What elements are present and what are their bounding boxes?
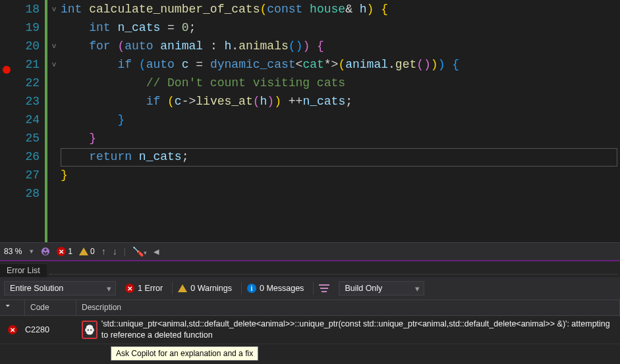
- error-icon: ✕: [8, 325, 17, 334]
- info-icon: i: [247, 284, 256, 293]
- code-editor[interactable]: 1819202122232425262728 vvv int calculate…: [0, 0, 620, 242]
- error-list-tab[interactable]: Error List: [0, 263, 47, 277]
- health-indicator-icon: [41, 247, 50, 256]
- errors-filter-label: 1 Error: [138, 284, 163, 293]
- copilot-icon: [84, 324, 96, 336]
- messages-filter-button[interactable]: i 0 Messages: [241, 282, 309, 295]
- next-issue-button[interactable]: ↓: [113, 246, 117, 257]
- code-area[interactable]: int calculate_number_of_cats(const house…: [61, 0, 620, 242]
- error-list-panel: Error List Entire Solution ✕ 1 Error 0 W…: [0, 261, 620, 364]
- zoom-level[interactable]: 83 %: [4, 247, 22, 256]
- zoom-dropdown-icon[interactable]: ▼: [28, 248, 34, 255]
- warnings-filter-button[interactable]: 0 Warnings: [172, 282, 237, 295]
- filter-settings-icon: [319, 284, 329, 293]
- error-icon: ✕: [125, 284, 134, 293]
- prev-issue-button[interactable]: ↑: [101, 246, 106, 257]
- nav-left-icon[interactable]: ◀: [154, 247, 159, 256]
- panel-drag-handle[interactable]: [49, 274, 617, 274]
- breakpoint-gutter[interactable]: [0, 0, 11, 242]
- warning-icon: [178, 284, 187, 292]
- line-number-gutter: 1819202122232425262728: [11, 0, 45, 242]
- errors-filter-button[interactable]: ✕ 1 Error: [120, 282, 168, 295]
- build-intellisense-dropdown[interactable]: Build Only: [339, 281, 424, 296]
- error-description: 'std::unique_ptr<animal,std::default_del…: [101, 319, 615, 341]
- copilot-tooltip: Ask Copilot for an explanation and a fix: [111, 346, 258, 361]
- scope-dropdown[interactable]: Entire Solution: [4, 281, 116, 296]
- screwdriver-icon[interactable]: 🪛▾: [132, 246, 147, 257]
- inline-warning-count[interactable]: 0: [79, 247, 95, 256]
- error-code: C2280: [25, 325, 76, 334]
- warnings-filter-label: 0 Warnings: [190, 284, 232, 293]
- code-column-header[interactable]: Code: [25, 300, 76, 315]
- svg-rect-1: [320, 288, 328, 289]
- error-list-header: ⏷ Code Description: [0, 299, 620, 316]
- editor-statusbar: 83 % ▼ ✕ 1 0 ↑ ↓ | 🪛▾ ◀: [0, 242, 620, 260]
- error-row[interactable]: ✕ C2280 'std::unique_ptr<animal,std::def…: [0, 316, 620, 344]
- breakpoint-marker[interactable]: [3, 66, 11, 74]
- ask-copilot-button[interactable]: [82, 321, 98, 339]
- error-icon: ✕: [57, 247, 66, 256]
- svg-rect-0: [319, 284, 329, 286]
- filter-settings-button[interactable]: [313, 282, 335, 295]
- fold-gutter[interactable]: vvv: [47, 0, 61, 242]
- warning-icon: [79, 247, 88, 255]
- svg-rect-2: [322, 291, 327, 292]
- error-count-text: 1: [68, 247, 72, 256]
- warning-count-text: 0: [90, 247, 95, 256]
- separator: |: [124, 247, 126, 256]
- inline-error-count[interactable]: ✕ 1: [57, 247, 72, 256]
- messages-filter-label: 0 Messages: [260, 284, 304, 293]
- severity-column-header[interactable]: ⏷: [0, 300, 25, 315]
- description-column-header[interactable]: Description: [76, 300, 620, 315]
